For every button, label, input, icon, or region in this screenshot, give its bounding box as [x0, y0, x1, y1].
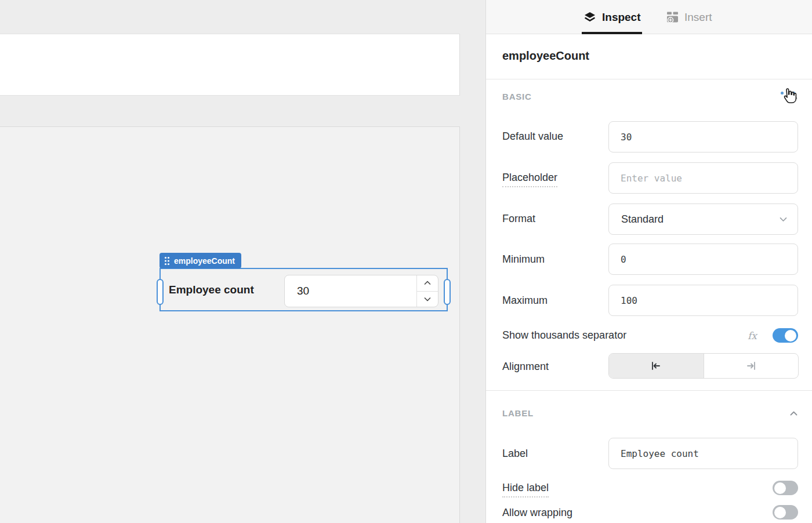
layers-icon — [583, 10, 597, 24]
canvas-main-frame[interactable]: employeeCount Employee count 30 — [0, 126, 460, 523]
basic-section-title: BASIC — [502, 92, 532, 101]
resize-handle-right[interactable] — [444, 279, 451, 305]
label-section-header: LABEL — [502, 408, 798, 418]
label-field-label: Label — [502, 448, 528, 460]
align-right-button[interactable] — [704, 354, 799, 378]
canvas-header-frame[interactable] — [0, 34, 460, 96]
editor-canvas[interactable]: employeeCount Employee count 30 — [0, 0, 485, 523]
chevron-down-icon — [780, 217, 787, 222]
label-input[interactable] — [608, 438, 798, 469]
allow-wrapping-toggle[interactable] — [773, 505, 798, 520]
align-left-icon — [650, 361, 662, 371]
inspector-panel: Inspect Insert employeeCount — [485, 0, 812, 523]
inspector-header: employeeCount — [486, 34, 812, 79]
number-input-field[interactable]: 30 — [284, 275, 438, 307]
maximum-label: Maximum — [502, 295, 548, 307]
collapse-label-button[interactable] — [790, 411, 798, 416]
component-tag-label: employeeCount — [174, 256, 235, 266]
thousands-separator-label: Show thousands separator — [502, 329, 626, 342]
tab-insert-label: Insert — [684, 11, 712, 24]
default-value-label: Default value — [502, 130, 563, 143]
fx-expression-button[interactable]: fx — [748, 330, 757, 342]
chevron-up-icon — [424, 281, 431, 285]
align-left-button[interactable] — [609, 354, 704, 378]
component-selection-box[interactable]: Employee count 30 — [160, 268, 448, 311]
minimum-label: Minimum — [502, 253, 545, 266]
insert-component-icon — [666, 10, 679, 24]
basic-section-header: BASIC — [502, 92, 798, 101]
format-select[interactable]: Standard — [608, 204, 798, 235]
alignment-segmented-control — [608, 353, 799, 379]
selected-component-title: employeeCount — [502, 49, 589, 63]
default-value-input[interactable] — [608, 121, 798, 152]
align-right-icon — [745, 361, 757, 371]
format-label: Format — [502, 213, 535, 225]
hide-label-label: Hide label — [502, 482, 549, 497]
app-window: employeeCount Employee count 30 — [0, 0, 812, 523]
spinner-down-button[interactable] — [417, 292, 438, 307]
section-divider — [486, 390, 812, 391]
placeholder-input[interactable] — [608, 162, 798, 194]
inspector-tabbar: Inspect Insert — [486, 0, 812, 34]
number-input-value: 30 — [285, 275, 416, 307]
alignment-label: Alignment — [502, 361, 549, 373]
label-section-title: LABEL — [502, 408, 534, 418]
format-selected-value: Standard — [621, 213, 664, 226]
chevron-down-icon — [424, 297, 431, 302]
mouse-cursor-hand-icon — [781, 88, 798, 106]
chevron-up-icon — [790, 411, 798, 416]
number-input-component[interactable]: Employee count 30 — [161, 269, 447, 310]
spinner-up-button[interactable] — [417, 275, 438, 292]
hide-label-toggle[interactable] — [773, 481, 798, 495]
maximum-input[interactable] — [608, 285, 798, 316]
thousands-separator-toggle[interactable] — [773, 328, 798, 343]
tab-inspect[interactable]: Inspect — [583, 0, 641, 34]
tab-inspect-label: Inspect — [602, 11, 641, 24]
component-tag[interactable]: employeeCount — [160, 253, 241, 268]
placeholder-label: Placeholder — [502, 172, 557, 187]
allow-wrapping-label: Allow wrapping — [502, 507, 572, 519]
minimum-input[interactable] — [608, 244, 798, 275]
drag-handle-icon — [164, 256, 170, 266]
resize-handle-left[interactable] — [157, 279, 164, 305]
component-label: Employee count — [169, 284, 254, 296]
tab-insert[interactable]: Insert — [666, 0, 712, 34]
